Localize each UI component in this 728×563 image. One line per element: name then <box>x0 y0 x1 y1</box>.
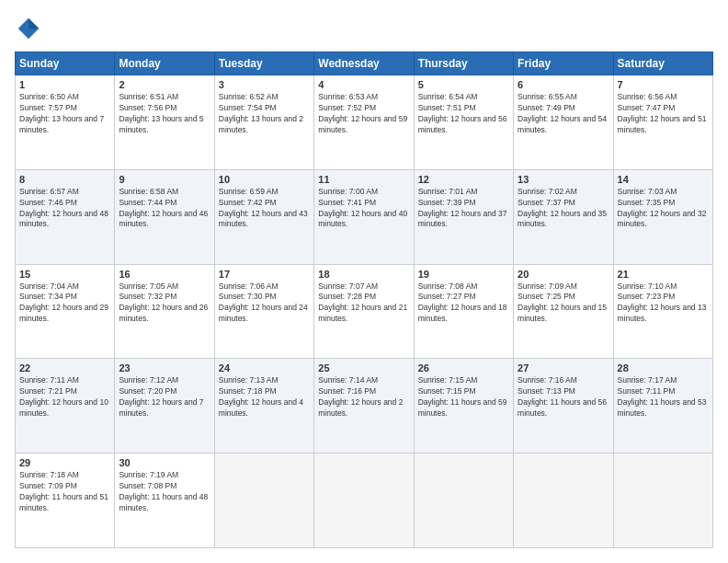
day-info: Sunrise: 6:54 AMSunset: 7:51 PMDaylight:… <box>418 92 507 134</box>
day-info: Sunrise: 6:57 AMSunset: 7:46 PMDaylight:… <box>19 187 108 229</box>
calendar-cell: 27 Sunrise: 7:16 AMSunset: 7:13 PMDaylig… <box>514 359 613 454</box>
calendar-cell: 23 Sunrise: 7:12 AMSunset: 7:20 PMDaylig… <box>115 359 214 454</box>
day-info: Sunrise: 6:52 AMSunset: 7:54 PMDaylight:… <box>219 92 303 134</box>
day-number: 26 <box>418 362 509 373</box>
day-info: Sunrise: 6:51 AMSunset: 7:56 PMDaylight:… <box>119 92 203 134</box>
day-info: Sunrise: 6:56 AMSunset: 7:47 PMDaylight:… <box>618 92 707 134</box>
logo-icon <box>15 15 42 42</box>
day-number: 17 <box>219 269 310 280</box>
day-number: 22 <box>19 362 110 373</box>
day-info: Sunrise: 6:59 AMSunset: 7:42 PMDaylight:… <box>219 187 308 229</box>
day-info: Sunrise: 6:53 AMSunset: 7:52 PMDaylight:… <box>318 92 407 134</box>
day-info: Sunrise: 7:08 AMSunset: 7:27 PMDaylight:… <box>418 282 507 324</box>
day-info: Sunrise: 7:03 AMSunset: 7:35 PMDaylight:… <box>618 187 707 229</box>
day-number: 2 <box>119 79 210 90</box>
calendar-cell <box>214 454 313 548</box>
day-info: Sunrise: 7:07 AMSunset: 7:28 PMDaylight:… <box>318 282 407 324</box>
logo <box>15 15 46 42</box>
calendar-cell <box>414 454 513 548</box>
calendar-cell: 2 Sunrise: 6:51 AMSunset: 7:56 PMDayligh… <box>115 75 214 170</box>
day-info: Sunrise: 7:18 AMSunset: 7:09 PMDaylight:… <box>19 470 108 512</box>
weekday-header-row: SundayMondayTuesdayWednesdayThursdayFrid… <box>16 52 713 75</box>
calendar-cell: 26 Sunrise: 7:15 AMSunset: 7:15 PMDaylig… <box>414 359 513 454</box>
day-number: 9 <box>119 174 210 185</box>
calendar-cell <box>314 454 414 548</box>
day-number: 27 <box>518 362 609 373</box>
calendar-cell: 21 Sunrise: 7:10 AMSunset: 7:23 PMDaylig… <box>613 264 712 359</box>
day-number: 1 <box>19 79 110 90</box>
day-number: 10 <box>219 174 310 185</box>
day-number: 19 <box>418 269 509 280</box>
calendar-cell: 24 Sunrise: 7:13 AMSunset: 7:18 PMDaylig… <box>214 359 313 454</box>
day-number: 24 <box>219 362 310 373</box>
calendar-cell: 6 Sunrise: 6:55 AMSunset: 7:49 PMDayligh… <box>514 75 613 170</box>
calendar-cell <box>613 454 712 548</box>
weekday-header-friday: Friday <box>514 52 613 75</box>
day-number: 25 <box>318 362 409 373</box>
calendar-cell <box>514 454 613 548</box>
day-number: 21 <box>618 269 709 280</box>
calendar-cell: 8 Sunrise: 6:57 AMSunset: 7:46 PMDayligh… <box>16 169 115 264</box>
calendar-cell: 1 Sunrise: 6:50 AMSunset: 7:57 PMDayligh… <box>16 75 115 170</box>
day-number: 30 <box>119 457 210 468</box>
calendar-week-row: 29 Sunrise: 7:18 AMSunset: 7:09 PMDaylig… <box>16 454 713 548</box>
calendar-cell: 28 Sunrise: 7:17 AMSunset: 7:11 PMDaylig… <box>613 359 712 454</box>
calendar-cell: 13 Sunrise: 7:02 AMSunset: 7:37 PMDaylig… <box>514 169 613 264</box>
day-number: 11 <box>318 174 409 185</box>
day-number: 7 <box>618 79 709 90</box>
day-number: 12 <box>418 174 509 185</box>
day-info: Sunrise: 7:12 AMSunset: 7:20 PMDaylight:… <box>119 375 203 418</box>
day-info: Sunrise: 7:13 AMSunset: 7:18 PMDaylight:… <box>219 375 303 418</box>
day-info: Sunrise: 7:00 AMSunset: 7:41 PMDaylight:… <box>318 187 407 229</box>
calendar-cell: 20 Sunrise: 7:09 AMSunset: 7:25 PMDaylig… <box>514 264 613 359</box>
calendar-cell: 11 Sunrise: 7:00 AMSunset: 7:41 PMDaylig… <box>314 169 414 264</box>
day-info: Sunrise: 7:10 AMSunset: 7:23 PMDaylight:… <box>618 282 707 324</box>
day-info: Sunrise: 7:14 AMSunset: 7:16 PMDaylight:… <box>318 375 403 418</box>
day-number: 5 <box>418 79 509 90</box>
calendar-cell: 25 Sunrise: 7:14 AMSunset: 7:16 PMDaylig… <box>314 359 414 454</box>
calendar-cell: 17 Sunrise: 7:06 AMSunset: 7:30 PMDaylig… <box>214 264 313 359</box>
svg-marker-1 <box>28 18 39 29</box>
day-info: Sunrise: 7:16 AMSunset: 7:13 PMDaylight:… <box>518 375 607 418</box>
day-number: 8 <box>19 174 110 185</box>
calendar-cell: 30 Sunrise: 7:19 AMSunset: 7:08 PMDaylig… <box>115 454 214 548</box>
day-number: 18 <box>318 269 409 280</box>
day-info: Sunrise: 7:11 AMSunset: 7:21 PMDaylight:… <box>19 375 108 418</box>
day-number: 4 <box>318 79 409 90</box>
weekday-header-tuesday: Tuesday <box>214 52 313 75</box>
calendar-cell: 18 Sunrise: 7:07 AMSunset: 7:28 PMDaylig… <box>314 264 414 359</box>
day-info: Sunrise: 7:01 AMSunset: 7:39 PMDaylight:… <box>418 187 507 229</box>
header <box>15 15 713 42</box>
calendar-cell: 14 Sunrise: 7:03 AMSunset: 7:35 PMDaylig… <box>613 169 712 264</box>
calendar-cell: 9 Sunrise: 6:58 AMSunset: 7:44 PMDayligh… <box>115 169 214 264</box>
calendar-cell: 19 Sunrise: 7:08 AMSunset: 7:27 PMDaylig… <box>414 264 513 359</box>
day-number: 23 <box>119 362 210 373</box>
calendar-cell: 4 Sunrise: 6:53 AMSunset: 7:52 PMDayligh… <box>314 75 414 170</box>
calendar-week-row: 15 Sunrise: 7:04 AMSunset: 7:34 PMDaylig… <box>16 264 713 359</box>
day-info: Sunrise: 7:02 AMSunset: 7:37 PMDaylight:… <box>518 187 607 229</box>
calendar-week-row: 8 Sunrise: 6:57 AMSunset: 7:46 PMDayligh… <box>16 169 713 264</box>
day-number: 20 <box>518 269 609 280</box>
day-info: Sunrise: 7:04 AMSunset: 7:34 PMDaylight:… <box>19 282 108 324</box>
day-number: 3 <box>219 79 310 90</box>
day-info: Sunrise: 6:58 AMSunset: 7:44 PMDaylight:… <box>119 187 208 229</box>
weekday-header-sunday: Sunday <box>16 52 115 75</box>
calendar-cell: 3 Sunrise: 6:52 AMSunset: 7:54 PMDayligh… <box>214 75 313 170</box>
day-info: Sunrise: 7:17 AMSunset: 7:11 PMDaylight:… <box>618 375 707 418</box>
day-number: 29 <box>19 457 110 468</box>
calendar-cell: 12 Sunrise: 7:01 AMSunset: 7:39 PMDaylig… <box>414 169 513 264</box>
day-number: 28 <box>618 362 709 373</box>
day-number: 16 <box>119 269 210 280</box>
calendar-week-row: 1 Sunrise: 6:50 AMSunset: 7:57 PMDayligh… <box>16 75 713 170</box>
calendar-week-row: 22 Sunrise: 7:11 AMSunset: 7:21 PMDaylig… <box>16 359 713 454</box>
day-info: Sunrise: 7:06 AMSunset: 7:30 PMDaylight:… <box>219 282 308 324</box>
calendar-cell: 10 Sunrise: 6:59 AMSunset: 7:42 PMDaylig… <box>214 169 313 264</box>
weekday-header-monday: Monday <box>115 52 214 75</box>
day-number: 14 <box>618 174 709 185</box>
day-number: 13 <box>518 174 609 185</box>
calendar-cell: 7 Sunrise: 6:56 AMSunset: 7:47 PMDayligh… <box>613 75 712 170</box>
weekday-header-thursday: Thursday <box>414 52 513 75</box>
day-info: Sunrise: 7:05 AMSunset: 7:32 PMDaylight:… <box>119 282 208 324</box>
day-info: Sunrise: 6:50 AMSunset: 7:57 PMDaylight:… <box>19 92 104 134</box>
day-number: 6 <box>518 79 609 90</box>
